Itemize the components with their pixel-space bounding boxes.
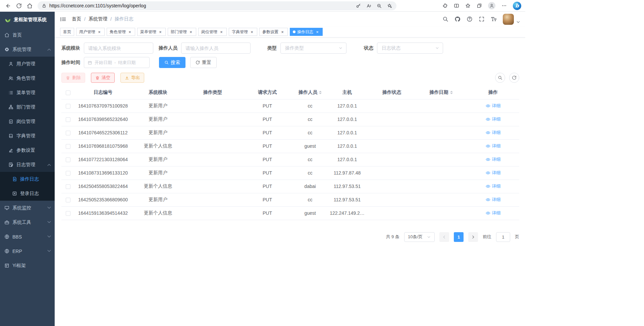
close-icon[interactable] <box>97 29 102 34</box>
sidebar-item[interactable]: 日志管理 <box>0 157 55 172</box>
key-icon[interactable] <box>356 3 361 8</box>
tab[interactable]: 菜单管理 <box>137 28 166 36</box>
clear-button[interactable]: 清空 <box>91 73 115 83</box>
hamburger-icon[interactable] <box>60 16 66 22</box>
url-input[interactable]: https://ccnetcore.com:1101/system/log/op… <box>38 1 396 10</box>
sidebar-item[interactable]: 系统管理 <box>0 42 55 57</box>
star-add-icon[interactable] <box>387 3 392 8</box>
sidebar-item[interactable]: 首页 <box>0 28 55 42</box>
split-screen-icon[interactable] <box>454 3 459 8</box>
detail-link[interactable]: 详细 <box>486 130 501 136</box>
font-size-icon[interactable] <box>491 16 497 22</box>
page-1-button[interactable]: 1 <box>454 232 464 242</box>
github-icon[interactable] <box>454 16 461 22</box>
close-icon[interactable] <box>315 29 320 34</box>
row-checkbox[interactable] <box>66 211 70 216</box>
search-icon[interactable] <box>442 16 448 22</box>
sidebar-item[interactable]: Yi框架 <box>0 258 55 273</box>
sidebar-item[interactable]: 岗位管理 <box>0 114 55 129</box>
sidebar-item[interactable]: ERP <box>0 244 55 258</box>
tab[interactable]: 操作日志 <box>290 28 323 36</box>
sidebar-item[interactable]: 系统工具 <box>0 215 55 230</box>
row-checkbox[interactable] <box>66 104 70 109</box>
detail-link[interactable]: 详细 <box>486 103 501 109</box>
search-button[interactable]: 搜索 <box>159 57 185 68</box>
tab[interactable]: 岗位管理 <box>198 28 227 36</box>
sort-carets-icon[interactable] <box>319 89 322 95</box>
goto-page-input[interactable] <box>496 232 510 242</box>
delete-button[interactable]: 删除 <box>61 73 85 83</box>
sidebar-item[interactable]: 用户管理 <box>0 57 55 71</box>
sidebar-item[interactable]: 登录日志 <box>0 186 55 201</box>
row-checkbox[interactable] <box>66 144 70 149</box>
date-range-picker[interactable]: 开始日期 - 结束日期 <box>84 57 150 68</box>
row-checkbox[interactable] <box>66 198 70 202</box>
sidebar-item[interactable]: 部门管理 <box>0 100 55 114</box>
row-checkbox[interactable] <box>66 131 70 135</box>
page-size-select[interactable]: 10条/页 <box>404 232 435 242</box>
refresh-icon[interactable] <box>13 1 24 11</box>
extensions-icon[interactable] <box>442 3 448 8</box>
operator-input[interactable] <box>181 43 251 54</box>
collections-icon[interactable] <box>477 3 482 8</box>
row-checkbox[interactable] <box>66 117 70 122</box>
show-search-button[interactable] <box>495 73 505 83</box>
close-icon[interactable] <box>127 29 132 34</box>
zoom-out-icon[interactable] <box>377 3 382 8</box>
detail-link[interactable]: 详细 <box>486 197 501 203</box>
sidebar-item[interactable]: BBS <box>0 230 55 244</box>
detail-link[interactable]: 详细 <box>486 170 501 176</box>
breadcrumb-system[interactable]: 系统管理 <box>89 16 107 22</box>
tab[interactable]: 字典管理 <box>229 28 257 36</box>
tab[interactable]: 角色管理 <box>107 28 135 36</box>
row-checkbox[interactable] <box>66 157 70 162</box>
breadcrumb-home[interactable]: 首页 <box>72 16 81 22</box>
refresh-table-button[interactable] <box>509 73 519 83</box>
cell-module: 更新用户 <box>131 99 185 113</box>
type-select[interactable]: 操作类型 <box>280 43 346 54</box>
sidebar-item[interactable]: 操作日志 <box>0 172 55 186</box>
close-icon[interactable] <box>158 29 163 34</box>
favorites-icon[interactable] <box>465 3 471 8</box>
tab[interactable]: 用户管理 <box>76 28 105 36</box>
detail-link[interactable]: 详细 <box>486 116 501 122</box>
close-icon[interactable] <box>219 29 224 34</box>
row-checkbox[interactable] <box>66 171 70 176</box>
export-button[interactable]: 导出 <box>120 73 144 83</box>
fullscreen-icon[interactable] <box>479 16 485 22</box>
select-all-checkbox[interactable] <box>66 90 70 95</box>
next-page-button[interactable] <box>468 232 478 242</box>
more-icon[interactable] <box>501 3 507 8</box>
home-icon[interactable] <box>24 1 35 11</box>
detail-link[interactable]: 详细 <box>486 143 501 149</box>
module-input[interactable] <box>84 43 153 54</box>
prev-page-button[interactable] <box>439 232 449 242</box>
tab[interactable]: 部门管理 <box>168 28 196 36</box>
sidebar-item[interactable]: 字典管理 <box>0 129 55 143</box>
detail-link[interactable]: 详细 <box>486 183 501 189</box>
help-icon[interactable] <box>467 16 473 22</box>
profile-icon[interactable] <box>488 2 495 9</box>
reset-button[interactable]: 重置 <box>190 57 217 68</box>
col-date[interactable]: 操作日期 <box>415 86 467 99</box>
sidebar-item[interactable]: 系统监控 <box>0 201 55 215</box>
sidebar-item[interactable]: 角色管理 <box>0 71 55 85</box>
cell-status <box>368 193 415 206</box>
close-icon[interactable] <box>189 29 193 34</box>
sidebar-item[interactable]: 参数设置 <box>0 143 55 157</box>
row-checkbox[interactable] <box>66 184 70 189</box>
avatar[interactable] <box>503 14 514 25</box>
sidebar-item[interactable]: 菜单管理 <box>0 85 55 100</box>
sort-carets-icon[interactable] <box>450 89 453 95</box>
detail-link[interactable]: 详细 <box>486 156 501 162</box>
bing-icon[interactable]: b <box>513 2 521 10</box>
tab[interactable]: 参数设置 <box>259 28 288 36</box>
detail-link[interactable]: 详细 <box>486 210 501 216</box>
back-icon[interactable] <box>3 1 13 11</box>
status-select[interactable]: 日志状态 <box>377 43 443 54</box>
tab[interactable]: 首页 <box>60 28 74 36</box>
read-aloud-icon[interactable] <box>366 3 371 8</box>
close-icon[interactable] <box>250 29 254 34</box>
close-icon[interactable] <box>280 29 285 34</box>
col-operator[interactable]: 操作人员 <box>294 86 326 99</box>
